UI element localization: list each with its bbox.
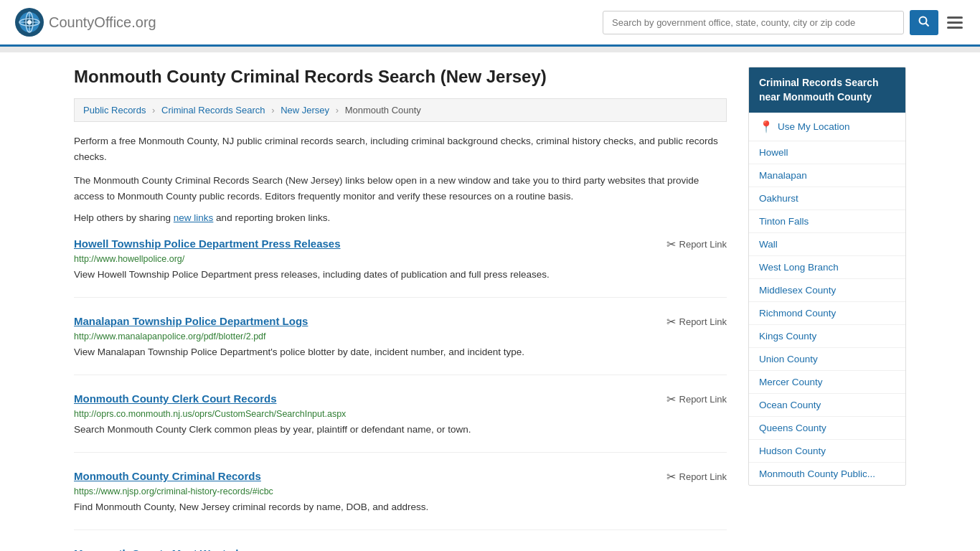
breadcrumb-current: Monmouth County — [345, 105, 421, 116]
logo-icon — [14, 7, 44, 37]
main-container: Monmouth County Criminal Records Search … — [60, 52, 920, 551]
breadcrumb: Public Records › Criminal Records Search… — [74, 98, 727, 122]
search-area — [603, 10, 966, 35]
menu-line-3 — [947, 27, 963, 29]
menu-line-1 — [947, 17, 963, 19]
sidebar-link-union-county[interactable]: Union County — [749, 348, 905, 371]
sidebar-box: Criminal Records Search near Monmouth Co… — [748, 67, 906, 486]
result-url[interactable]: http://oprs.co.monmouth.nj.us/oprs/Custo… — [74, 409, 727, 419]
result-desc: Find Monmouth County, New Jersey crimina… — [74, 500, 727, 515]
intro-paragraph-2: The Monmouth County Criminal Records Sea… — [74, 173, 727, 204]
sidebar-header: Criminal Records Search near Monmouth Co… — [749, 67, 905, 113]
breadcrumb-new-jersey[interactable]: New Jersey — [281, 105, 329, 116]
logo-text: CountyOffice.org — [49, 14, 156, 31]
result-title[interactable]: Monmouth County Most Wanted — [74, 547, 238, 551]
results-list: Howell Township Police Department Press … — [74, 237, 727, 551]
sidebar-link-mercer-county[interactable]: Mercer County — [749, 371, 905, 394]
report-link-button[interactable]: ✂ Report Link — [666, 315, 727, 329]
sidebar-link-howell[interactable]: Howell — [749, 141, 905, 164]
report-link-button[interactable]: ✂ Report Link — [666, 470, 727, 484]
sidebar-link-queens-county[interactable]: Queens County — [749, 417, 905, 440]
breadcrumb-criminal-records-search[interactable]: Criminal Records Search — [161, 105, 265, 116]
result-header: Manalapan Township Police Department Log… — [74, 315, 727, 329]
report-icon: ✂ — [666, 470, 676, 484]
sidebar-link-ocean-county[interactable]: Ocean County — [749, 394, 905, 417]
report-icon: ✂ — [666, 237, 676, 251]
sidebar-link-middlesex-county[interactable]: Middlesex County — [749, 279, 905, 302]
result-title[interactable]: Monmouth County Criminal Records — [74, 470, 261, 482]
result-item: Howell Township Police Department Press … — [74, 237, 727, 298]
breadcrumb-public-records[interactable]: Public Records — [83, 105, 146, 116]
report-link-button[interactable]: ✂ Report Link — [666, 237, 727, 251]
svg-line-9 — [926, 23, 929, 26]
result-item: Monmouth County Most Wanted ✂ Report Lin… — [74, 547, 727, 551]
help-text: Help others by sharing new links and rep… — [74, 212, 727, 223]
search-input[interactable] — [603, 11, 904, 34]
sidebar-link-tinton-falls[interactable]: Tinton Falls — [749, 210, 905, 233]
result-item: Monmouth County Criminal Records ✂ Repor… — [74, 470, 727, 530]
sidebar-link-oakhurst[interactable]: Oakhurst — [749, 187, 905, 210]
result-header: Monmouth County Criminal Records ✂ Repor… — [74, 470, 727, 484]
sidebar-link-manalapan[interactable]: Manalapan — [749, 164, 905, 187]
report-icon: ✂ — [666, 392, 676, 406]
result-header: Monmouth County Clerk Court Records ✂ Re… — [74, 392, 727, 406]
result-desc: Search Monmouth County Clerk common plea… — [74, 423, 727, 438]
result-header: Howell Township Police Department Press … — [74, 237, 727, 251]
result-url[interactable]: https://www.njsp.org/criminal-history-re… — [74, 486, 727, 496]
result-url[interactable]: http://www.manalapanpolice.org/pdf/blott… — [74, 331, 727, 342]
breadcrumb-sep-3: › — [336, 105, 339, 116]
report-icon: ✂ — [666, 547, 676, 551]
result-header: Monmouth County Most Wanted ✂ Report Lin… — [74, 547, 727, 551]
sidebar: Criminal Records Search near Monmouth Co… — [748, 67, 906, 551]
result-url[interactable]: http://www.howellpolice.org/ — [74, 254, 727, 264]
result-title[interactable]: Monmouth County Clerk Court Records — [74, 392, 277, 405]
intro-paragraph-1: Perform a free Monmouth County, NJ publi… — [74, 133, 727, 164]
menu-line-2 — [947, 22, 963, 24]
search-icon — [918, 16, 930, 27]
result-title[interactable]: Manalapan Township Police Department Log… — [74, 315, 308, 327]
report-icon: ✂ — [666, 315, 676, 329]
report-link-button[interactable]: ✂ Report Link — [666, 547, 727, 551]
sidebar-link-wall[interactable]: Wall — [749, 233, 905, 256]
breadcrumb-sep-2: › — [271, 105, 274, 116]
use-my-location-button[interactable]: 📍 Use My Location — [749, 113, 905, 141]
new-links-link[interactable]: new links — [174, 212, 214, 223]
result-desc: View Manalapan Township Police Departmen… — [74, 345, 727, 360]
sidebar-link-richmond-county[interactable]: Richmond County — [749, 302, 905, 325]
sidebar-link-kings-county[interactable]: Kings County — [749, 325, 905, 348]
sidebar-link-west-long-branch[interactable]: West Long Branch — [749, 256, 905, 279]
result-item: Monmouth County Clerk Court Records ✂ Re… — [74, 392, 727, 453]
location-pin-icon: 📍 — [759, 120, 773, 133]
result-title[interactable]: Howell Township Police Department Press … — [74, 237, 341, 250]
search-button[interactable] — [910, 10, 938, 35]
content-area: Monmouth County Criminal Records Search … — [74, 67, 727, 551]
svg-point-8 — [920, 17, 927, 24]
sidebar-link-hudson-county[interactable]: Hudson County — [749, 440, 905, 463]
logo-area[interactable]: CountyOffice.org — [14, 7, 156, 37]
result-item: Manalapan Township Police Department Log… — [74, 315, 727, 375]
hamburger-menu-button[interactable] — [944, 14, 966, 32]
svg-point-7 — [27, 20, 32, 24]
sidebar-link-monmouth-public[interactable]: Monmouth County Public... — [749, 463, 905, 485]
breadcrumb-sep-1: › — [152, 105, 155, 116]
report-link-button[interactable]: ✂ Report Link — [666, 392, 727, 406]
site-header: CountyOffice.org — [0, 0, 980, 47]
page-title: Monmouth County Criminal Records Search … — [74, 67, 727, 87]
result-desc: View Howell Township Police Department p… — [74, 268, 727, 283]
top-bar — [0, 47, 980, 52]
